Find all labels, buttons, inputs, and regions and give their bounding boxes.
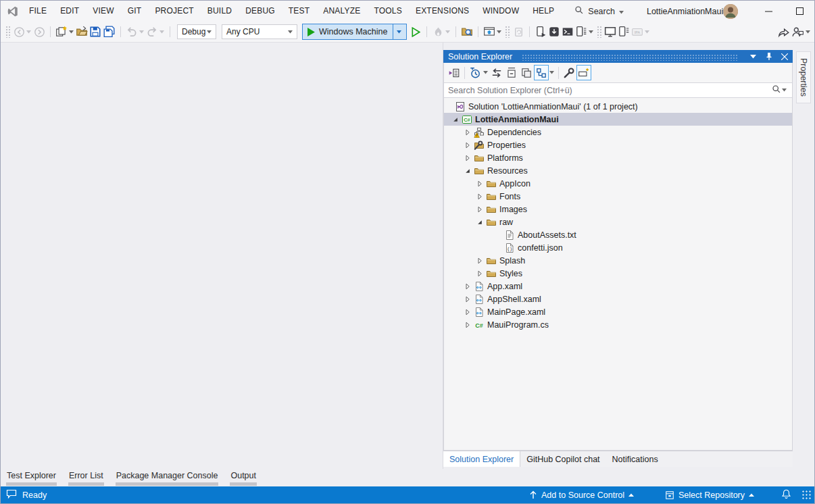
- toolbar-grip-handle[interactable]: [505, 26, 510, 38]
- ipa-archive-button[interactable]: IPA: [631, 24, 644, 39]
- tree-item-appicon[interactable]: AppIcon: [444, 177, 792, 190]
- expander-collapsed-icon[interactable]: [462, 140, 473, 151]
- expander-collapsed-icon[interactable]: [462, 294, 473, 305]
- message-bubble-icon[interactable]: [6, 489, 17, 501]
- home-window-dropdown-icon[interactable]: [497, 30, 501, 34]
- monitor-button[interactable]: [603, 24, 617, 39]
- menu-build[interactable]: BUILD: [201, 1, 239, 22]
- expander-collapsed-icon[interactable]: [474, 191, 485, 202]
- notifications-bell-icon[interactable]: [781, 488, 791, 501]
- tree-item-aboutassets[interactable]: AboutAssets.txt: [444, 228, 792, 241]
- navigate-back-dropdown-icon[interactable]: [26, 30, 31, 34]
- menu-debug[interactable]: DEBUG: [239, 1, 282, 22]
- open-file-button[interactable]: [75, 24, 89, 39]
- redo-dropdown-icon[interactable]: [159, 30, 164, 34]
- tree-item-mainpage-xaml[interactable]: MainPage.xaml: [444, 305, 792, 318]
- minimize-button[interactable]: [753, 1, 784, 22]
- android-package-button[interactable]: [547, 24, 561, 39]
- home-window-button[interactable]: [483, 24, 496, 39]
- find-in-files-button[interactable]: [460, 24, 474, 39]
- expander-expanded-icon[interactable]: [474, 217, 485, 228]
- add-to-source-control-button[interactable]: Add to Source Control: [525, 486, 638, 503]
- track-active-item-button[interactable]: [534, 65, 549, 80]
- tab-properties-vertical[interactable]: Properties: [796, 51, 811, 103]
- hot-reload-button[interactable]: [431, 24, 445, 39]
- navigate-back-button[interactable]: [12, 24, 26, 39]
- toolbar-grip-handle[interactable]: [597, 26, 601, 38]
- solution-explorer-titlebar[interactable]: Solution Explorer: [443, 50, 793, 63]
- tree-item-resources[interactable]: Resources: [444, 164, 792, 177]
- expander-collapsed-icon[interactable]: [462, 153, 473, 163]
- select-repository-button[interactable]: Select Repository: [661, 486, 758, 503]
- menu-tools[interactable]: TOOLS: [367, 1, 408, 22]
- tab-package-manager-console[interactable]: Package Manager Console: [116, 471, 219, 486]
- expander-expanded-icon[interactable]: [450, 114, 461, 125]
- tree-item-splash[interactable]: Splash: [444, 254, 792, 267]
- collapse-all-button[interactable]: [504, 65, 519, 80]
- expander-collapsed-icon[interactable]: [462, 281, 473, 292]
- share-button[interactable]: [776, 24, 791, 39]
- track-active-dropdown-icon[interactable]: [549, 71, 554, 74]
- tree-item-images[interactable]: Images: [444, 203, 792, 216]
- tab-error-list[interactable]: Error List: [68, 471, 104, 486]
- tree-item-mauiprogram-cs[interactable]: C# MauiProgram.cs: [444, 318, 792, 331]
- tree-item-dependencies[interactable]: Dependencies: [444, 126, 792, 138]
- expander-collapsed-icon[interactable]: [474, 255, 485, 266]
- deploy-device-button[interactable]: [534, 24, 547, 39]
- run-target-dropdown-icon[interactable]: [393, 24, 401, 39]
- expander-collapsed-icon[interactable]: [474, 178, 485, 189]
- sync-with-active-document-button[interactable]: [489, 65, 504, 80]
- expander-collapsed-icon[interactable]: [462, 320, 473, 330]
- menu-project[interactable]: PROJECT: [148, 1, 200, 22]
- search-solution-explorer-input[interactable]: [448, 86, 772, 95]
- menu-help[interactable]: HELP: [526, 1, 561, 22]
- user-avatar[interactable]: [723, 4, 738, 19]
- menu-edit[interactable]: EDIT: [53, 1, 86, 22]
- save-button[interactable]: [89, 24, 102, 39]
- configuration-dropdown[interactable]: Debug: [177, 24, 216, 39]
- new-project-dropdown-icon[interactable]: [69, 30, 74, 34]
- tab-notifications[interactable]: Notifications: [606, 451, 664, 467]
- tree-item-styles[interactable]: Styles: [444, 267, 792, 280]
- tree-item-fonts[interactable]: Fonts: [444, 190, 792, 203]
- device-log-dropdown-icon[interactable]: [589, 30, 593, 34]
- start-debugging-button[interactable]: Windows Machine: [302, 24, 407, 40]
- filter-dropdown-icon[interactable]: [483, 71, 488, 74]
- search-icon[interactable]: [772, 84, 781, 97]
- toolbar-options-dropdown-icon[interactable]: [806, 30, 810, 34]
- web-refresh-button[interactable]: [512, 24, 525, 39]
- menu-analyze[interactable]: ANALYZE: [316, 1, 367, 22]
- menu-window[interactable]: WINDOW: [476, 1, 526, 22]
- platform-dropdown[interactable]: Any CPU: [222, 24, 297, 39]
- resize-grip[interactable]: [802, 490, 812, 500]
- tab-solution-explorer[interactable]: Solution Explorer: [443, 451, 520, 467]
- tree-item-properties[interactable]: Properties: [444, 138, 792, 151]
- close-icon[interactable]: [778, 51, 791, 62]
- tab-test-explorer[interactable]: Test Explorer: [6, 471, 57, 486]
- expander-collapsed-icon[interactable]: [462, 127, 473, 138]
- tab-github-copilot-chat[interactable]: GitHub Copilot chat: [520, 451, 606, 467]
- ipa-archive-dropdown-icon[interactable]: [645, 30, 649, 34]
- menu-view[interactable]: VIEW: [86, 1, 120, 22]
- menu-test[interactable]: TEST: [282, 1, 316, 22]
- menu-extensions[interactable]: EXTENSIONS: [409, 1, 476, 22]
- tree-item-confetti-json[interactable]: {} confetti.json: [444, 241, 792, 254]
- search-options-dropdown-icon[interactable]: [782, 89, 787, 92]
- undo-button[interactable]: [125, 24, 139, 39]
- tree-item-raw[interactable]: raw: [444, 216, 792, 228]
- developer-console-button[interactable]: [561, 24, 574, 39]
- device-log-button[interactable]: [574, 24, 588, 39]
- tree-item-solution[interactable]: Solution 'LottieAnmiationMaui' (1 of 1 p…: [444, 100, 792, 113]
- navigate-forward-button[interactable]: [32, 24, 46, 39]
- preview-selected-items-button[interactable]: [576, 65, 591, 80]
- toolbar-grip-handle[interactable]: [5, 26, 10, 38]
- pending-changes-filter-button[interactable]: [468, 65, 483, 80]
- show-all-files-button[interactable]: [519, 65, 534, 80]
- menu-git[interactable]: GIT: [121, 1, 149, 22]
- tab-output[interactable]: Output: [230, 471, 257, 486]
- hot-reload-dropdown-icon[interactable]: [445, 30, 450, 34]
- tree-item-platforms[interactable]: Platforms: [444, 151, 792, 164]
- tree-item-appshell-xaml[interactable]: AppShell.xaml: [444, 293, 792, 305]
- menu-file[interactable]: FILE: [22, 1, 53, 22]
- maximize-button[interactable]: [784, 1, 815, 22]
